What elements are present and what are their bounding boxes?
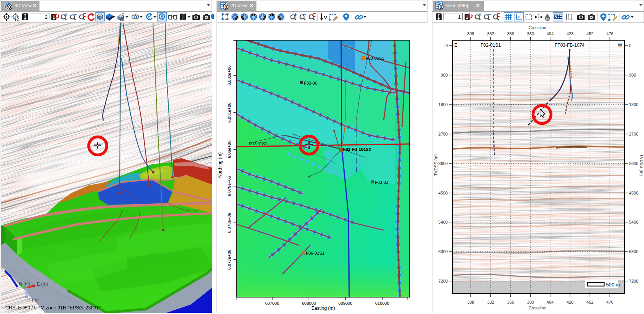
svg-text:6.078e+06: 6.078e+06 [227, 213, 232, 233]
svg-text:332: 332 [487, 31, 494, 36]
svg-text:0: 0 [445, 43, 448, 48]
svg-text:D (m): D (m) [27, 297, 39, 303]
svg-text:308: 308 [467, 31, 474, 36]
svg-text:900: 900 [441, 73, 448, 77]
svg-text:Easting (m): Easting (m) [311, 306, 335, 311]
svg-text:6.079e+06: 6.079e+06 [227, 176, 232, 196]
svg-text:6300: 6300 [439, 249, 448, 254]
svg-text:FF03-FB-1074: FF03-FB-1074 [555, 43, 585, 48]
svg-text:V: V [324, 15, 327, 20]
svg-text:6.08e+06: 6.08e+06 [227, 141, 232, 158]
svg-text:610000: 610000 [375, 301, 389, 306]
svg-text:476: 476 [606, 31, 613, 36]
svg-text:6.081e+06: 6.081e+06 [227, 103, 232, 123]
svg-text:R: R [161, 15, 164, 19]
svg-text:E (m): E (m) [37, 281, 48, 287]
svg-text:6300: 6300 [629, 249, 638, 254]
svg-text:404: 404 [547, 31, 554, 36]
svg-text:6.082e+06: 6.082e+06 [227, 65, 232, 85]
svg-text:380: 380 [527, 31, 534, 36]
svg-text:4500: 4500 [439, 191, 448, 195]
svg-text:CRS: ED50 / UTM zone 31N *EPSG: CRS: ED50 / UTM zone 31N *EPSG::23031* [5, 305, 101, 311]
svg-text:F03-FB-104: F03-FB-104 [343, 147, 366, 152]
svg-text:428: 428 [567, 31, 573, 36]
svg-text:N: N [546, 17, 549, 21]
svg-text:356: 356 [507, 300, 514, 304]
svg-text:6.077e+06: 6.077e+06 [227, 250, 232, 270]
svg-text:F02-01S1: F02-01S1 [481, 43, 501, 48]
svg-text:Crossline: Crossline [529, 306, 546, 310]
svg-text:500 m: 500 m [606, 282, 620, 288]
svg-text:0: 0 [224, 4, 227, 10]
svg-text:7200: 7200 [629, 279, 638, 283]
svg-text:1800: 1800 [439, 102, 448, 107]
svg-text:F06-01S1: F06-01S1 [306, 251, 324, 255]
svg-text:308: 308 [467, 300, 474, 304]
svg-text:2700: 2700 [629, 132, 638, 136]
svg-text:1800: 1800 [629, 102, 638, 107]
svg-text:608000: 608000 [302, 301, 316, 306]
svg-text:N: N [554, 15, 557, 19]
svg-text:7200: 7200 [439, 279, 448, 283]
svg-text:3600: 3600 [629, 161, 638, 166]
svg-text:F03-06: F03-06 [304, 81, 317, 85]
svg-text:0: 0 [8, 4, 11, 10]
svg-text:F03-05S1: F03-05S1 [366, 56, 384, 61]
svg-text:2700: 2700 [439, 132, 448, 136]
svg-text:Crossline: Crossline [529, 25, 546, 30]
svg-text:W: W [618, 43, 623, 48]
svg-text:E: E [454, 43, 457, 48]
svg-text:452: 452 [586, 31, 593, 36]
svg-text:3600: 3600 [439, 161, 448, 166]
svg-text:F03-03: F03-03 [375, 180, 388, 185]
svg-text:404: 404 [547, 300, 554, 304]
svg-text:5400: 5400 [629, 220, 638, 224]
svg-text:F02-01S1: F02-01S1 [249, 141, 267, 146]
svg-text:452: 452 [586, 300, 593, 304]
svg-text:607000: 607000 [265, 301, 279, 306]
svg-text:TVDSS (m): TVDSS (m) [434, 154, 438, 176]
svg-text:356: 356 [507, 31, 514, 36]
svg-text:609000: 609000 [338, 301, 353, 306]
svg-text:4500: 4500 [629, 191, 638, 195]
svg-text:380: 380 [527, 300, 534, 304]
svg-text:N (m): N (m) [19, 281, 30, 286]
svg-text:0: 0 [629, 43, 631, 48]
svg-text:428: 428 [567, 300, 573, 304]
svg-text:332: 332 [487, 300, 494, 304]
svg-text:5400: 5400 [439, 220, 448, 224]
svg-text:TVDSS (m): TVDSS (m) [639, 154, 644, 176]
svg-text:Northing (m): Northing (m) [217, 152, 223, 178]
svg-text:476: 476 [606, 300, 613, 304]
svg-text:0: 0 [439, 4, 442, 10]
svg-text:900: 900 [629, 73, 636, 77]
